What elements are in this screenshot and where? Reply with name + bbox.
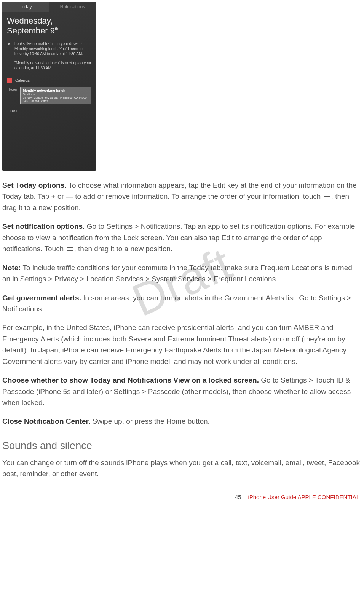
date-weekday: Wednesday, — [7, 16, 91, 26]
calendar-1pm-row: 1 PM — [7, 109, 91, 113]
calendar-header: Calendar — [7, 78, 91, 83]
heading-set-today: Set Today options. — [2, 181, 67, 189]
calendar-icon — [7, 78, 12, 83]
heading-note: Note: — [2, 264, 21, 272]
footer-text: iPhone User Guide APPLE CONFIDENTIAL — [248, 494, 359, 500]
para-set-notifications: Set notification options. Go to Settings… — [2, 221, 362, 254]
heading-set-notifications: Set notification options. — [2, 222, 85, 230]
quote-icon — [7, 61, 11, 65]
document-body: Set Today options. To choose what inform… — [0, 171, 364, 480]
calendar-event[interactable]: Monthly networking lunch Sushirrito 59 N… — [20, 87, 91, 104]
traffic-widget: ➤ Looks like normal traffic on your driv… — [7, 41, 91, 57]
heading-locked-screen: Choose whether to show Today and Notific… — [2, 376, 259, 384]
traffic-text: Looks like normal traffic on your drive … — [14, 41, 91, 57]
next-event-widget: "Monthly networking lunch" is next up on… — [7, 61, 91, 71]
one-pm-label: 1 PM — [7, 109, 17, 113]
event-title: Monthly networking lunch — [23, 89, 89, 92]
calendar-label: Calendar — [15, 78, 31, 83]
drag-handle-icon — [324, 195, 330, 198]
page-number: 45 — [235, 494, 241, 500]
location-arrow-icon: ➤ — [7, 41, 11, 46]
event-location: Sushirrito — [23, 92, 89, 96]
page-footer: 45iPhone User Guide APPLE CONFIDENTIAL — [235, 494, 359, 500]
nc-tabs: Today Notifications — [2, 2, 96, 12]
para-sounds-intro: You can change or turn off the sounds iP… — [2, 457, 362, 480]
para-locked-screen: Choose whether to show Today and Notific… — [2, 375, 362, 408]
date-full: September 9th — [7, 26, 91, 36]
drag-handle-icon — [67, 247, 73, 251]
heading-close-nc: Close Notification Center. — [2, 417, 90, 425]
calendar-noon-row: Noon Monthly networking lunch Sushirrito… — [7, 87, 91, 104]
divider — [2, 75, 96, 75]
section-sounds-silence: Sounds and silence — [2, 440, 362, 452]
tab-notifications-label: Notifications — [60, 4, 85, 10]
noon-label: Noon — [7, 87, 17, 104]
para-close-nc: Close Notification Center. Swipe up, or … — [2, 416, 362, 427]
para-gov-alerts: Get government alerts. In some areas, yo… — [2, 292, 362, 315]
event-address: 59 New Montgomery St, San Francisco, CA … — [23, 96, 89, 103]
para-gov-alerts-detail: For example, in the United States, iPhon… — [2, 322, 362, 367]
next-event-text: "Monthly networking lunch" is next up on… — [14, 61, 91, 71]
para-note: Note: To include traffic conditions for … — [2, 262, 362, 285]
para-set-today: Set Today options. To choose what inform… — [2, 180, 362, 213]
today-view-screenshot: Today Notifications Wednesday, September… — [2, 2, 96, 171]
heading-gov-alerts: Get government alerts. — [2, 294, 81, 302]
tab-notifications[interactable]: Notifications — [49, 2, 96, 12]
tab-today-label: Today — [19, 4, 32, 10]
tab-today[interactable]: Today — [2, 2, 49, 12]
